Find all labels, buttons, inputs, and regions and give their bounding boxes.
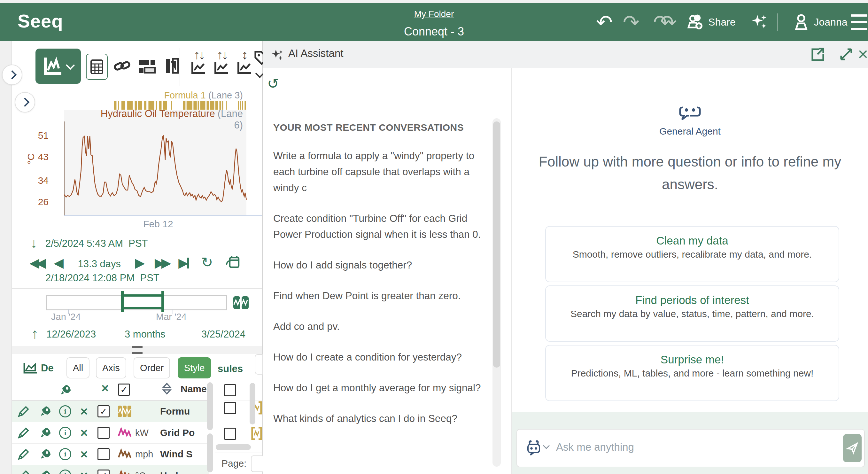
agent-select-chevron-icon[interactable] [544, 444, 549, 449]
remove-icon[interactable]: × [75, 469, 93, 474]
step-back-half-icon[interactable]: ◀◀ [29, 256, 43, 270]
capsule-row[interactable] [224, 402, 236, 415]
detail-row[interactable]: i×mphWind S [12, 444, 209, 465]
table-view-button[interactable] [86, 54, 108, 80]
view-mode-button[interactable] [35, 49, 81, 84]
range-duration[interactable]: 13.3 days [78, 258, 121, 270]
conversation-item[interactable]: Find when Dew Point is greater than zero… [273, 288, 489, 304]
rocket-column-icon[interactable] [59, 384, 72, 396]
row-name[interactable]: Grid Po [160, 427, 195, 438]
conversation-item[interactable]: Add co and pv. [273, 318, 489, 334]
select-all-checkbox[interactable]: ✓ [118, 384, 130, 396]
detail-row[interactable]: i×kWGrid Po [12, 422, 209, 444]
display-range-end[interactable]: 2/18/2024 12:08 PM PST [45, 272, 159, 284]
conversation-item[interactable]: How do I get a monthly average for my si… [273, 380, 489, 396]
step-back-icon[interactable]: ◀ [54, 256, 64, 270]
signal-lane-label[interactable]: Hydraulic Oil Temperature (Lane 6) [83, 108, 243, 131]
rocket-icon[interactable] [35, 448, 55, 461]
step-forward-icon[interactable]: ▶ [135, 256, 145, 270]
remove-icon[interactable]: × [75, 447, 93, 462]
expand-panel-icon[interactable] [839, 47, 854, 62]
display-range-start[interactable]: 2/5/2024 5:43 AM PST [45, 238, 148, 249]
investigate-range-start[interactable]: 12/26/2023 [46, 328, 96, 340]
compare-view-icon[interactable] [164, 57, 180, 75]
conversation-item[interactable]: What kinds of analytics can I do in Seeq… [273, 410, 489, 426]
send-button[interactable] [843, 434, 862, 462]
rocket-icon[interactable] [35, 426, 55, 439]
row-checkbox[interactable]: ✓ [93, 405, 114, 417]
row-name[interactable]: Formu [160, 406, 190, 417]
info-icon[interactable]: i [55, 470, 75, 474]
share-button[interactable]: Share [681, 3, 741, 41]
row-checkbox[interactable]: ✓ [93, 470, 114, 474]
formula-lane-label[interactable]: Formula 1 (Lane 3) [96, 90, 243, 101]
history-icon[interactable]: ↺ [267, 75, 279, 92]
info-icon[interactable]: i [55, 448, 75, 460]
conversation-item[interactable]: Write a formula to apply a "windy" prope… [273, 148, 489, 196]
open-in-new-icon[interactable] [810, 47, 825, 62]
close-panel-icon[interactable]: × [858, 43, 868, 64]
step-to-now-icon[interactable]: ▶ [178, 256, 189, 270]
sort-column-icon[interactable] [161, 382, 172, 396]
expand-data-panel-button[interactable] [2, 65, 22, 85]
suggestion-card[interactable]: Find periods of interestSearch my data b… [545, 285, 839, 342]
auto-update-icon[interactable]: ↻ [202, 254, 213, 270]
rocket-icon[interactable] [35, 405, 55, 418]
investigate-range-icon[interactable] [225, 254, 241, 270]
step-forward-half-icon[interactable]: ▶▶ [155, 256, 168, 270]
redo-all-icon[interactable]: ↷↷ [647, 3, 682, 41]
link-icon[interactable] [114, 58, 131, 74]
expand-tools-panel-button[interactable] [15, 92, 35, 113]
timeline-selection[interactable] [121, 291, 164, 312]
hamburger-menu-icon[interactable] [850, 3, 868, 41]
remove-all-button[interactable]: × [101, 381, 108, 396]
details-tab-order[interactable]: Order [133, 357, 170, 378]
info-icon[interactable]: i [55, 405, 75, 417]
row-name[interactable]: Hydrau [160, 470, 193, 474]
edit-pencil-icon[interactable] [12, 405, 35, 417]
conversations-scrollbar[interactable] [493, 118, 501, 467]
details-scrollbar[interactable] [207, 382, 213, 430]
conversation-item[interactable]: How do I add signals together? [273, 257, 489, 273]
edit-pencil-icon[interactable] [12, 448, 35, 460]
row-checkbox[interactable] [93, 427, 114, 439]
row-checkbox[interactable] [93, 448, 114, 460]
resize-lanes-icon[interactable]: ↕ [234, 49, 255, 75]
agent-select-robot-icon[interactable] [525, 439, 542, 457]
capsule-checkbox[interactable] [224, 402, 236, 414]
sort-axis-icon[interactable]: ↑↓ [211, 49, 232, 75]
edit-pencil-icon[interactable] [12, 427, 35, 439]
suggestion-card[interactable]: Clean my dataSmooth, remove outliers, re… [545, 226, 839, 282]
undo-icon[interactable]: ↶ [593, 3, 616, 41]
toolbar-more-chevron-icon[interactable] [257, 72, 263, 78]
details-scrollbar[interactable] [207, 434, 213, 472]
capsules-select-all-checkbox[interactable] [224, 384, 236, 396]
sort-lane-icon[interactable]: ↑↓ [188, 49, 209, 75]
investigate-range-end[interactable]: 3/25/2024 [202, 328, 245, 340]
suggestion-card[interactable]: Surprise me!Predictions, ML, tables, and… [545, 345, 839, 401]
rocket-icon[interactable] [35, 469, 55, 474]
panel-resize-handle[interactable] [12, 346, 262, 354]
info-icon[interactable]: i [55, 427, 75, 439]
edit-pencil-icon[interactable] [12, 470, 35, 474]
details-tab-axis[interactable]: Axis [96, 357, 126, 378]
conversation-item[interactable]: Create condition "Turbine Off" for each … [273, 210, 489, 242]
investigate-range-duration[interactable]: 3 months [125, 328, 165, 340]
detail-row[interactable]: i×✓°CHydrau [12, 465, 209, 474]
ask-input[interactable]: Ask me anything [517, 429, 865, 467]
row-name[interactable]: Wind S [160, 449, 192, 460]
ai-sparkle-icon[interactable] [747, 3, 772, 41]
conversation-item[interactable]: How do I create a condition for yesterda… [273, 349, 489, 365]
name-column-header[interactable]: Name [181, 384, 207, 394]
detail-row[interactable]: i×✓Formu [12, 401, 209, 422]
timeline-signal-icon[interactable] [232, 296, 249, 310]
details-tab-style[interactable]: Style [178, 357, 211, 378]
remove-icon[interactable]: × [75, 404, 93, 419]
capsules-scrollbar[interactable] [250, 383, 255, 424]
organize-lanes-icon[interactable] [138, 59, 156, 73]
capsule-row[interactable] [224, 428, 236, 441]
my-folder-link[interactable]: My Folder [414, 9, 454, 19]
remove-icon[interactable]: × [75, 426, 93, 440]
capsules-h-scrollbar[interactable] [216, 444, 251, 450]
redo-icon[interactable]: ↷ [620, 3, 642, 41]
